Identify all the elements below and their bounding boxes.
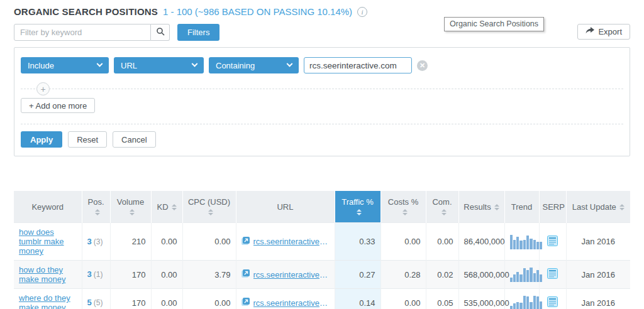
trend-sparkline <box>510 267 543 282</box>
url-cell: rcs.seerinteractive.com/ <box>236 289 335 309</box>
url-cell: rcs.seerinteractive.com/ <box>236 223 335 261</box>
add-one-more-button[interactable]: + Add one more <box>21 98 95 113</box>
serp-icon[interactable] <box>547 236 558 248</box>
export-label: Export <box>598 27 622 36</box>
clear-filter-icon[interactable]: ✕ <box>417 60 428 71</box>
toolbar-left: Filters <box>14 24 219 41</box>
keyword-cell: where do they make money <box>14 289 82 309</box>
external-link-icon[interactable] <box>242 269 250 279</box>
column-header-results[interactable]: Results <box>458 191 504 223</box>
operator-dropdown[interactable]: Containing <box>209 57 299 73</box>
column-header-competition[interactable]: Com. <box>426 191 458 223</box>
url-cell: rcs.seerinteractive.com/ <box>236 261 335 289</box>
result-range-text: 1 - 100 (~986 BASED ON PASSING 10.14%) <box>163 6 352 17</box>
last-update-cell: Jan 2016 <box>566 261 630 289</box>
reset-button[interactable]: Reset <box>68 131 107 148</box>
keyword-link[interactable]: how do they make money <box>19 265 65 284</box>
serp-cell <box>539 223 566 261</box>
keyword-link[interactable]: how does tumblr make money <box>19 227 64 256</box>
filter-actions: Apply Reset Cancel <box>21 131 623 148</box>
costs-cell: 0.00 <box>380 223 426 261</box>
trend-sparkline <box>510 234 543 249</box>
filters-button[interactable]: Filters <box>177 24 219 41</box>
column-header-last-update[interactable]: Last Update <box>566 191 630 223</box>
export-button[interactable]: Export <box>577 24 630 40</box>
trend-cell <box>504 289 539 309</box>
sort-icon[interactable] <box>208 209 213 215</box>
organic-search-positions-page: ORGANIC SEARCH POSITIONS 1 - 100 (~986 B… <box>0 0 644 309</box>
position-cell: 3(3) <box>82 223 110 261</box>
include-dropdown-value: Include <box>28 61 54 70</box>
keyword-link[interactable]: where do they make money <box>19 293 70 309</box>
last-update-cell: Jan 2016 <box>566 289 630 309</box>
trend-cell <box>504 261 539 289</box>
sort-icon[interactable] <box>95 209 100 215</box>
competition-cell: 0.05 <box>426 289 458 309</box>
keyword-filter-input[interactable] <box>14 24 151 41</box>
trend-sparkline <box>510 295 543 309</box>
external-link-icon[interactable] <box>242 298 250 308</box>
costs-cell: 0.28 <box>380 261 426 289</box>
url-link[interactable]: rcs.seerinteractive.com/ <box>253 298 330 308</box>
column-header-traffic[interactable]: Traffic % <box>335 191 380 223</box>
include-dropdown[interactable]: Include <box>21 57 109 73</box>
field-dropdown-value: URL <box>121 61 137 70</box>
sort-icon[interactable] <box>172 204 177 210</box>
serp-icon[interactable] <box>547 268 558 281</box>
keyword-cell: how does tumblr make money <box>14 223 82 261</box>
trend-cell <box>504 223 539 261</box>
url-link[interactable]: rcs.seerinteractive.com/ <box>253 237 330 246</box>
info-icon[interactable]: i <box>357 7 367 17</box>
cpc-cell: 0.00 <box>182 223 236 261</box>
table-row: where do they make money 5(5) 170 0.00 0… <box>14 289 630 309</box>
position-cell: 3(1) <box>82 261 110 289</box>
column-header-cpc[interactable]: CPC (USD) <box>182 191 236 223</box>
sort-icon[interactable] <box>619 204 625 210</box>
positions-table: Keyword Pos. Volume KD CPC (USD) URL Tra… <box>14 191 630 309</box>
traffic-cell: 0.14 <box>335 289 380 309</box>
serp-icon[interactable] <box>547 296 558 309</box>
tooltip: Organic Search Positions <box>444 17 544 31</box>
chevron-down-icon <box>287 60 293 67</box>
sort-icon[interactable] <box>494 204 499 210</box>
add-filter-separator: + <box>21 89 623 89</box>
filter-value-input[interactable] <box>304 57 412 73</box>
column-header-url: URL <box>236 191 335 223</box>
kd-cell: 0.00 <box>151 289 182 309</box>
table-row: how does tumblr make money 3(3) 210 0.00… <box>14 223 630 261</box>
plus-icon[interactable]: + <box>36 82 50 95</box>
url-link[interactable]: rcs.seerinteractive.com/ <box>253 270 330 279</box>
cancel-button[interactable]: Cancel <box>113 131 155 148</box>
position-cell: 5(5) <box>82 289 110 309</box>
kd-cell: 0.00 <box>151 223 182 261</box>
traffic-cell: 0.27 <box>335 261 380 289</box>
volume-cell: 170 <box>110 261 151 289</box>
kd-cell: 0.00 <box>151 261 182 289</box>
serp-cell <box>539 289 566 309</box>
field-dropdown[interactable]: URL <box>114 57 204 73</box>
search-icon <box>156 27 165 38</box>
filter-condition-row: Include URL Containing ✕ <box>21 57 623 73</box>
traffic-cell: 0.33 <box>335 223 380 261</box>
search-button[interactable] <box>151 24 170 41</box>
chevron-down-icon <box>192 60 198 67</box>
column-header-kd[interactable]: KD <box>151 191 182 223</box>
volume-cell: 170 <box>110 289 151 309</box>
sort-icon[interactable] <box>441 209 447 215</box>
table-row: how do they make money 3(1) 170 0.00 3.7… <box>14 261 630 289</box>
costs-cell: 0.00 <box>380 289 426 309</box>
apply-button[interactable]: Apply <box>21 131 62 148</box>
last-update-cell: Jan 2016 <box>566 223 630 261</box>
external-link-icon[interactable] <box>242 237 250 247</box>
sort-icon[interactable] <box>130 209 135 215</box>
column-header-trend: Trend <box>504 191 539 223</box>
sort-icon[interactable] <box>402 209 408 215</box>
cpc-cell: 0.00 <box>182 289 236 309</box>
competition-cell: 0.00 <box>426 223 458 261</box>
column-header-volume[interactable]: Volume <box>110 191 151 223</box>
results-cell: 86,400,000 <box>458 223 504 261</box>
sort-icon[interactable] <box>357 209 362 215</box>
export-icon <box>586 27 594 36</box>
column-header-costs[interactable]: Costs % <box>380 191 426 223</box>
column-header-position[interactable]: Pos. <box>82 191 110 223</box>
